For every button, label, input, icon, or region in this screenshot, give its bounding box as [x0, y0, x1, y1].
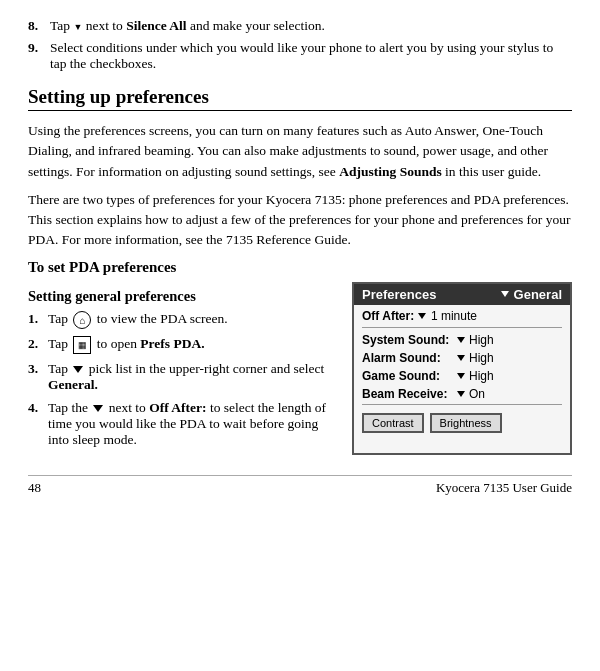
para-2: There are two types of preferences for y…	[28, 190, 572, 251]
off-after-dropdown-icon	[418, 313, 426, 319]
pda-game-sound-label: Game Sound:	[362, 369, 457, 383]
step-8-text: Tap ▼ next to Silence All and make your …	[50, 18, 325, 34]
pda-step-2-num: 2.	[28, 336, 42, 354]
step-8-num: 8.	[28, 18, 44, 34]
step-8: 8. Tap ▼ next to Silence All and make yo…	[28, 18, 572, 34]
section-divider	[28, 110, 572, 111]
pda-beam-receive-value[interactable]: On	[457, 387, 485, 401]
pda-step-3-num: 3.	[28, 361, 42, 393]
grid-icon: ▦	[73, 336, 91, 354]
pda-system-sound-value[interactable]: High	[457, 333, 494, 347]
pda-screen-title: Preferences	[362, 287, 436, 302]
pda-game-sound-row: Game Sound: High	[354, 366, 570, 384]
pda-alarm-sound-value[interactable]: High	[457, 351, 494, 365]
home-icon: ⌂	[73, 311, 91, 329]
pda-step-1: 1. Tap ⌂ to view the PDA screen.	[28, 311, 342, 329]
pda-system-sound-row: System Sound: High	[354, 330, 570, 348]
brightness-button[interactable]: Brightness	[430, 413, 502, 433]
pda-screen: Preferences General Off After: 1 minute …	[352, 282, 572, 455]
pda-step-1-num: 1.	[28, 311, 42, 329]
pda-buttons-divider	[362, 404, 562, 405]
pda-alarm-sound-row: Alarm Sound: High	[354, 348, 570, 366]
step-9: 9. Select conditions under which you wou…	[28, 40, 572, 72]
beam-receive-dropdown-icon	[457, 391, 465, 397]
pda-step-2-text: Tap ▦ to open Prefs PDA.	[48, 336, 205, 354]
pda-off-after-row: Off After: 1 minute	[354, 305, 570, 325]
dropdown-arrow-white-icon	[501, 291, 509, 297]
pda-game-sound-value[interactable]: High	[457, 369, 494, 383]
step-9-num: 9.	[28, 40, 44, 72]
section-heading-block: Setting up preferences	[28, 86, 572, 111]
pda-step-3: 3. Tap pick list in the upper-right corn…	[28, 361, 342, 393]
pda-step-2: 2. Tap ▦ to open Prefs PDA.	[28, 336, 342, 354]
pda-buttons-row: Contrast Brightness	[354, 407, 570, 435]
pda-system-sound-label: System Sound:	[362, 333, 457, 347]
pda-general-dropdown[interactable]: General	[501, 287, 562, 302]
footer-page-num: 48	[28, 480, 41, 496]
contrast-button[interactable]: Contrast	[362, 413, 424, 433]
para-1: Using the preferences screens, you can t…	[28, 121, 572, 182]
system-sound-dropdown-icon	[457, 337, 465, 343]
pda-alarm-sound-label: Alarm Sound:	[362, 351, 457, 365]
footer-product: Kyocera 7135 User Guide	[436, 480, 572, 496]
pda-steps-col: Setting general preferences 1. Tap ⌂ to …	[28, 282, 342, 455]
pda-general-label: General	[514, 287, 562, 302]
footer: 48 Kyocera 7135 User Guide	[28, 475, 572, 496]
pda-step-4-text: Tap the next to Off After: to select the…	[48, 400, 342, 448]
pda-section: To set PDA preferences Setting general p…	[28, 259, 572, 455]
pda-step-3-text: Tap pick list in the upper-right corner …	[48, 361, 342, 393]
pda-step-1-text: Tap ⌂ to view the PDA screen.	[48, 311, 228, 329]
initial-steps: 8. Tap ▼ next to Silence All and make yo…	[28, 18, 572, 72]
step-9-text: Select conditions under which you would …	[50, 40, 572, 72]
pda-off-after-value[interactable]: 1 minute	[418, 309, 477, 323]
section-heading: Setting up preferences	[28, 86, 572, 108]
pda-main-heading: To set PDA preferences	[28, 259, 572, 276]
game-sound-dropdown-icon	[457, 373, 465, 379]
pda-subheading: Setting general preferences	[28, 288, 342, 305]
pda-beam-receive-row: Beam Receive: On	[354, 384, 570, 402]
arrow-icon	[73, 366, 83, 373]
pda-row-divider	[362, 327, 562, 328]
pda-off-after-label: Off After:	[362, 309, 414, 323]
pda-step-4-num: 4.	[28, 400, 42, 448]
pda-title-bar: Preferences General	[354, 284, 570, 305]
pda-beam-receive-label: Beam Receive:	[362, 387, 457, 401]
arrow2-icon	[93, 405, 103, 412]
alarm-sound-dropdown-icon	[457, 355, 465, 361]
pda-content: Setting general preferences 1. Tap ⌂ to …	[28, 282, 572, 455]
pda-step-4: 4. Tap the next to Off After: to select …	[28, 400, 342, 448]
